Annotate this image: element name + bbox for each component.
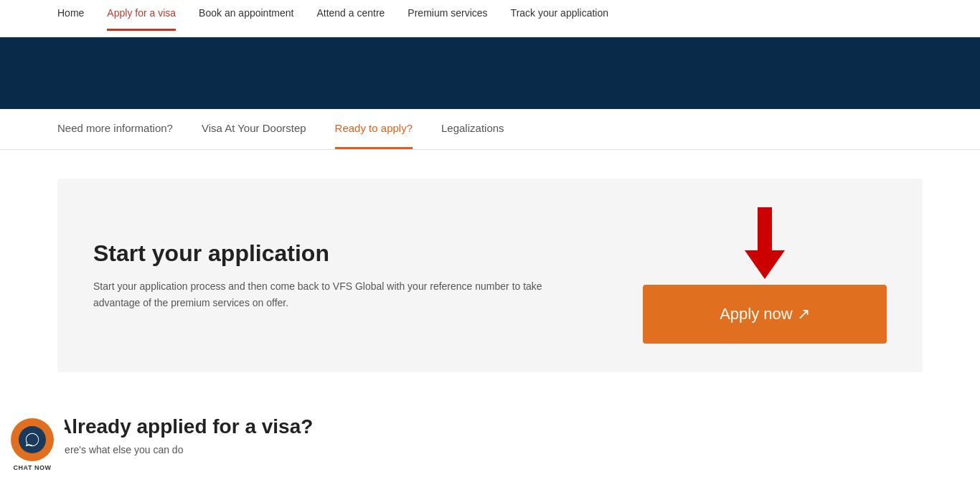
chat-widget[interactable]: CHAT NOW [0,412,65,477]
subnav-item-info[interactable]: Need more information? [57,109,173,149]
arrow-shaft [758,207,772,250]
main-content: Start your application Start your applic… [0,150,980,477]
subnav-link-legalizations[interactable]: Legalizations [441,109,504,147]
arrow-head [745,250,785,279]
nav-item-premium-services[interactable]: Premium services [407,6,487,31]
nav-item-home[interactable]: Home [57,6,84,31]
nav-link-apply-visa[interactable]: Apply for a visa [107,7,176,31]
nav-link-book-appointment[interactable]: Book an appointment [199,7,293,29]
subnav-item-legalizations[interactable]: Legalizations [441,109,504,149]
nav-link-home[interactable]: Home [57,7,84,29]
already-applied-section: Already applied for a visa? Here's what … [57,401,923,455]
nav-list: Home Apply for a visa Book an appointmen… [57,6,608,31]
subnav-link-ready-apply[interactable]: Ready to apply? [335,109,413,149]
nav-item-book-appointment[interactable]: Book an appointment [199,6,293,31]
chat-icon-circle [11,418,54,461]
arrow-container [745,207,785,279]
chat-bubble-icon [24,432,40,448]
nav-link-premium-services[interactable]: Premium services [407,7,487,29]
subnav-list: Need more information? Visa At Your Door… [57,109,923,149]
already-applied-content: Already applied for a visa? Here's what … [57,415,923,455]
hero-banner [0,37,980,109]
subnav-link-info[interactable]: Need more information? [57,109,173,147]
subnav-item-doorstep[interactable]: Visa At Your Doorstep [202,109,306,149]
already-applied-description: Here's what else you can do [57,444,923,455]
card-text: Start your application Start your applic… [93,240,581,311]
subnav-item-ready-apply[interactable]: Ready to apply? [335,109,413,149]
nav-item-apply-visa[interactable]: Apply for a visa [107,6,176,31]
already-applied-title: Already applied for a visa? [57,415,923,438]
chat-icon-inner [19,426,46,453]
apply-area: Apply now ↗ [643,207,887,344]
application-card: Start your application Start your applic… [57,179,923,372]
card-title: Start your application [93,240,581,267]
sub-navigation: Need more information? Visa At Your Door… [0,109,980,150]
top-navigation: Home Apply for a visa Book an appointmen… [0,0,980,37]
nav-item-track-application[interactable]: Track your application [511,6,608,31]
red-arrow-indicator [745,207,785,279]
nav-link-attend-centre[interactable]: Attend a centre [316,7,385,29]
chat-label: CHAT NOW [6,464,59,471]
nav-item-attend-centre[interactable]: Attend a centre [316,6,385,31]
card-description: Start your application process and then … [93,278,581,311]
nav-link-track-application[interactable]: Track your application [511,7,608,29]
subnav-link-doorstep[interactable]: Visa At Your Doorstep [202,109,306,147]
apply-now-button[interactable]: Apply now ↗ [643,285,887,344]
